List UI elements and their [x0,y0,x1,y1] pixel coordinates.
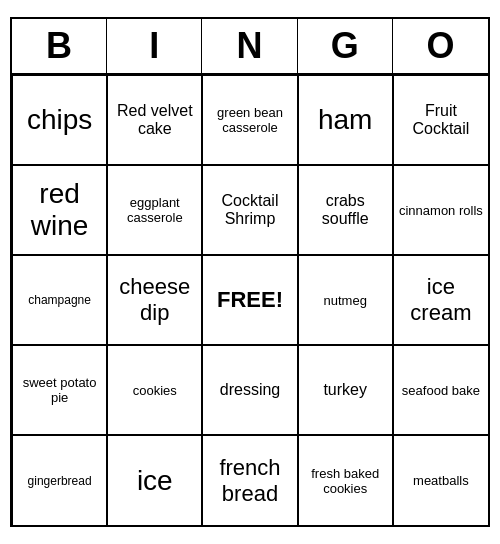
cell-text: nutmeg [324,293,367,308]
bingo-cell[interactable]: seafood bake [393,345,488,435]
cell-text: dressing [220,381,280,399]
cell-text: cheese dip [112,274,197,326]
cell-text: cookies [133,383,177,398]
bingo-grid: chipsRed velvet cakegreen bean casserole… [12,75,488,525]
cell-text: green bean casserole [207,105,292,135]
bingo-cell[interactable]: french bread [202,435,297,525]
bingo-cell[interactable]: ice [107,435,202,525]
cell-text: red wine [17,178,102,242]
bingo-cell[interactable]: crabs souffle [298,165,393,255]
bingo-cell[interactable]: turkey [298,345,393,435]
cell-text: turkey [323,381,367,399]
bingo-cell[interactable]: meatballs [393,435,488,525]
bingo-cell[interactable]: red wine [12,165,107,255]
bingo-cell[interactable]: Fruit Cocktail [393,75,488,165]
cell-text: meatballs [413,473,469,488]
cell-text: Cocktail Shrimp [207,192,292,228]
cell-text: gingerbread [28,474,92,488]
bingo-cell[interactable]: cheese dip [107,255,202,345]
cell-text: seafood bake [402,383,480,398]
header-letter: G [298,19,393,73]
cell-text: chips [27,104,92,136]
bingo-cell[interactable]: fresh baked cookies [298,435,393,525]
bingo-cell[interactable]: dressing [202,345,297,435]
bingo-cell[interactable]: chips [12,75,107,165]
bingo-cell[interactable]: ham [298,75,393,165]
bingo-cell[interactable]: ice cream [393,255,488,345]
bingo-cell[interactable]: green bean casserole [202,75,297,165]
bingo-cell[interactable]: gingerbread [12,435,107,525]
cell-text: crabs souffle [303,192,388,228]
bingo-cell[interactable]: Red velvet cake [107,75,202,165]
cell-text: cinnamon rolls [399,203,483,218]
bingo-card: BINGO chipsRed velvet cakegreen bean cas… [10,17,490,527]
header-letter: O [393,19,488,73]
cell-text: Fruit Cocktail [398,102,484,138]
bingo-cell[interactable]: cinnamon rolls [393,165,488,255]
cell-text: sweet potato pie [17,375,102,405]
header-letter: N [202,19,297,73]
cell-text: fresh baked cookies [303,466,388,496]
cell-text: french bread [207,455,292,507]
bingo-header: BINGO [12,19,488,75]
cell-text: ice [137,465,173,497]
cell-text: ice cream [398,274,484,326]
bingo-cell[interactable]: sweet potato pie [12,345,107,435]
cell-text: eggplant casserole [112,195,197,225]
bingo-cell[interactable]: Cocktail Shrimp [202,165,297,255]
bingo-cell[interactable]: cookies [107,345,202,435]
cell-text: FREE! [217,287,283,313]
cell-text: ham [318,104,372,136]
cell-text: Red velvet cake [112,102,197,138]
bingo-cell[interactable]: FREE! [202,255,297,345]
bingo-cell[interactable]: nutmeg [298,255,393,345]
bingo-cell[interactable]: eggplant casserole [107,165,202,255]
bingo-cell[interactable]: champagne [12,255,107,345]
header-letter: I [107,19,202,73]
header-letter: B [12,19,107,73]
cell-text: champagne [28,293,91,307]
